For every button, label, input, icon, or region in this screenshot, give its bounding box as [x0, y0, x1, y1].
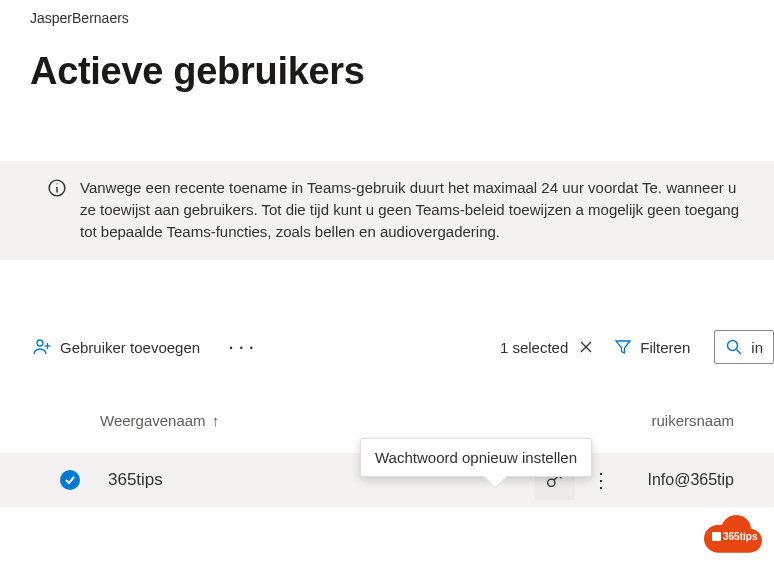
filter-label: Filteren — [640, 339, 690, 356]
add-user-icon — [32, 337, 52, 357]
add-user-label: Gebruiker toevoegen — [60, 339, 200, 356]
sort-ascending-icon: ↑ — [212, 412, 220, 429]
info-banner-text: Vanwege een recente toename in Teams-geb… — [80, 177, 756, 242]
search-icon — [725, 338, 743, 356]
info-banner: Vanwege een recente toename in Teams-geb… — [0, 161, 774, 260]
watermark-square-icon — [712, 532, 721, 541]
selection-count: 1 selected — [500, 339, 568, 356]
watermark-logo: 365tips — [696, 511, 766, 555]
checkmark-icon — [64, 474, 76, 486]
tenant-name: JasperBernaers — [30, 0, 774, 26]
search-input[interactable]: in — [714, 330, 774, 364]
column-display-name[interactable]: Weergavenaam ↑ — [100, 412, 219, 429]
add-user-button[interactable]: Gebruiker toevoegen — [30, 333, 202, 361]
page-title: Actieve gebruikers — [30, 50, 774, 93]
filter-icon — [614, 338, 632, 356]
toolbar: Gebruiker toevoegen ··· 1 selected Filte… — [30, 330, 774, 364]
svg-line-9 — [737, 350, 742, 355]
more-actions-button[interactable]: ··· — [222, 334, 264, 360]
column-display-name-label: Weergavenaam — [100, 412, 206, 429]
info-icon — [48, 179, 66, 197]
row-display-name: 365tips — [108, 470, 163, 490]
row-username: Info@365tip — [647, 471, 734, 489]
row-selected-checkbox[interactable] — [60, 470, 80, 490]
filter-button[interactable]: Filteren — [612, 334, 692, 360]
column-username[interactable]: ruikersnaam — [651, 412, 774, 429]
search-value: in — [751, 339, 763, 356]
svg-point-2 — [56, 183, 57, 184]
clear-selection-button[interactable] — [578, 339, 594, 355]
reset-password-tooltip: Wachtwoord opnieuw instellen — [360, 438, 592, 477]
watermark-text: 365tips — [723, 531, 757, 542]
close-icon — [578, 339, 594, 355]
svg-point-3 — [37, 340, 43, 346]
svg-point-8 — [728, 341, 738, 351]
table-header: Weergavenaam ↑ ruikersnaam — [30, 412, 774, 429]
svg-point-10 — [548, 479, 555, 486]
